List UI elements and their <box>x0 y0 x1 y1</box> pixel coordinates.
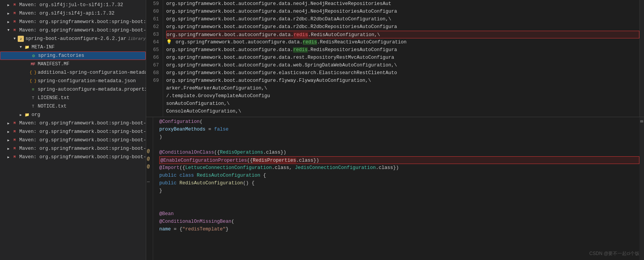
factories-line-72: sonAutoConfiguration,\ <box>166 100 639 108</box>
maven-icon: M <box>12 27 18 33</box>
code-line-bean: @Bean <box>159 210 639 218</box>
factories-line-62: org.springframework.boot.autoconfigure.d… <box>166 23 639 31</box>
code-gutter: @ @ @ — <box>146 117 153 260</box>
factories-line-66: org.springframework.boot.autoconfigure.d… <box>166 54 639 61</box>
code-line-blank2 <box>159 195 639 202</box>
code-line-conditional-on-class: @ConditionalOnClass({RedisOperations.cla… <box>159 149 639 156</box>
tree-item-config-metadata[interactable]: ▶ { } spring-configuration-metadata.json <box>0 77 146 85</box>
code-view: @ @ @ — @Configuration( proxyBeanMethods… <box>146 117 644 260</box>
folder-icon: 📁 <box>24 44 30 50</box>
factories-icon: ⚙ <box>30 53 37 59</box>
factories-line-65: org.springframework.boot.autoconfigure.d… <box>166 46 639 54</box>
chevron-icon: ▶ <box>6 129 11 134</box>
code-line-proxy: proxyBeanMethods = false <box>159 126 639 133</box>
tree-item-additional-config[interactable]: ▶ { } additional-spring-configuration-me… <box>0 68 146 77</box>
maven-icon: M <box>12 2 18 8</box>
folder-icon: 📁 <box>24 112 30 118</box>
code-scrollbar[interactable] <box>639 117 644 260</box>
tree-label: Maven: org.slf4j:slf4j-api:1.7.32 <box>19 11 115 16</box>
code-line-constructor-close: } <box>159 187 639 195</box>
txt-icon: T <box>30 95 36 101</box>
tree-label: spring-autoconfigure-metadata.properties <box>38 87 146 92</box>
tree-label: NOTICE.txt <box>38 104 67 109</box>
tree-item-org[interactable]: ▶ 📁 org <box>0 111 146 119</box>
tree-item-maven9[interactable]: ▶ M Maven: org.springframework.boot:spri… <box>0 153 146 161</box>
tree-item-maven4[interactable]: ▼ M Maven: org.springframework.boot:spri… <box>0 26 146 35</box>
factories-line-numbers: 59 60 61 62 63 64 65 66 67 68 69 <box>146 0 163 117</box>
tree-label: spring.factories <box>38 53 84 58</box>
factories-line-73: ConsoleAutoConfiguration,\ <box>166 108 639 115</box>
factories-view: 59 60 61 62 63 64 65 66 67 68 69 org.spr… <box>146 0 644 117</box>
tree-item-license[interactable]: ▶ T LICENSE.txt <box>0 94 146 102</box>
factories-line-67: org.springframework.boot.autoconfigure.d… <box>166 61 639 69</box>
tree-label: Maven: org.springframework.boot:spring-b… <box>19 154 146 160</box>
tree-item-maven6[interactable]: ▶ M Maven: org.springframework.boot:spri… <box>0 128 146 136</box>
chevron-icon: ▶ <box>6 20 11 24</box>
code-line-class-decl: public class RedisAutoConfiguration { <box>159 172 639 179</box>
maven-icon: M <box>12 154 18 160</box>
chevron-down-icon: ▼ <box>18 45 23 50</box>
factories-line-61: org.springframework.boot.autoconfigure.d… <box>166 15 639 23</box>
tree-label: spring-configuration-metadata.json <box>38 78 136 84</box>
tree-item-manifest[interactable]: ▶ MF MANIFEST.MF <box>0 60 146 68</box>
code-line-import: @Import({LettuceConnectionConfiguration.… <box>159 164 639 172</box>
tree-label: additional-spring-configuration-metadata… <box>38 70 146 75</box>
tree-item-maven7[interactable]: ▶ M Maven: org.springframework.boot:spri… <box>0 136 146 144</box>
tree-item-notice[interactable]: ▶ T NOTICE.txt <box>0 102 146 111</box>
tree-item-maven5[interactable]: ▶ M Maven: org.springframework.boot:spri… <box>0 119 146 128</box>
props-icon: ≡ <box>30 86 36 93</box>
factories-line-59: org.springframework.boot.autoconfigure.d… <box>166 0 639 8</box>
scrollbar-area[interactable] <box>639 0 644 117</box>
factories-line-68: org.springframework.boot.autoconfigure.e… <box>166 69 639 77</box>
tree-label: Maven: org.springframework.boot:spring-b… <box>19 129 146 134</box>
maven-icon: M <box>12 137 18 143</box>
factories-line-63: org.springframework.boot.autoconfigure.d… <box>166 31 639 38</box>
bulb-icon: 💡 <box>166 40 172 45</box>
scrollbar-thumb <box>640 120 643 123</box>
code-line-name-param: name = {"redisTemplate"} <box>159 225 639 233</box>
tree-label: Maven: org.slf4j:jul-to-slf4j:1.7.32 <box>19 2 123 8</box>
maven-icon: M <box>12 10 18 17</box>
tree-label: org <box>32 112 40 118</box>
chevron-icon: ▶ <box>6 155 11 159</box>
tree-label: Maven: org.springframework.boot:spring-b… <box>19 137 146 143</box>
watermark: CSDN @要不一起ci个饭 <box>589 250 639 257</box>
chevron-icon: ▶ <box>18 113 23 117</box>
tree-item-spring-factories[interactable]: ▶ ⚙ spring.factories <box>0 51 146 60</box>
tree-label: LICENSE.txt <box>38 95 70 101</box>
tree-item-maven3[interactable]: ▶ M Maven: org.springframework.boot:spri… <box>0 18 146 26</box>
chevron-icon: ▶ <box>6 3 11 7</box>
tree-item-maven2[interactable]: ▶ M Maven: org.slf4j:slf4j-api:1.7.32 <box>0 9 146 18</box>
tree-item-jar[interactable]: ▼ J spring-boot-autoconfigure-2.6.2.jar … <box>0 35 146 43</box>
tree-label: Maven: org.springframework.boot:spring-b… <box>19 19 146 25</box>
factories-code: org.springframework.boot.autoconfigure.d… <box>163 0 639 117</box>
tree-item-maven8[interactable]: ▶ M Maven: org.springframework.boot:spri… <box>0 144 146 153</box>
code-line-constructor: public RedisAutoConfiguration() { <box>159 179 639 187</box>
tree-label: Maven: org.springframework.boot:spring-b… <box>19 28 146 33</box>
code-line-blank3 <box>159 202 639 210</box>
chevron-down-icon: ▼ <box>6 28 11 33</box>
tree-item-autoconfigure-props[interactable]: ▶ ≡ spring-autoconfigure-metadata.proper… <box>0 85 146 94</box>
code-line-conditional-missing: @ConditionalOnMissingBean( <box>159 218 639 225</box>
code-line-enable-config-props: @EnableConfigurationProperties({RedisPro… <box>159 156 639 164</box>
json-icon: { } <box>30 78 36 84</box>
main-content: 59 60 61 62 63 64 65 66 67 68 69 org.spr… <box>146 0 644 260</box>
factories-line-70: arker.FreeMarkerAutoConfiguration,\ <box>166 84 639 92</box>
tree-container[interactable]: ▶ M Maven: org.slf4j:jul-to-slf4j:1.7.32… <box>0 0 146 260</box>
tree-item-metainf[interactable]: ▼ 📁 META-INF <box>0 43 146 51</box>
tree-label: MANIFEST.MF <box>38 61 70 67</box>
file-tree-panel: ▶ M Maven: org.slf4j:jul-to-slf4j:1.7.32… <box>0 0 146 260</box>
maven-icon: M <box>12 120 18 126</box>
maven-icon: M <box>12 146 18 152</box>
chevron-down-icon: ▼ <box>12 36 17 41</box>
manifest-icon: MF <box>30 61 36 67</box>
factories-line-69: org.springframework.boot.autoconfigure.f… <box>166 77 639 84</box>
chevron-icon: ▶ <box>6 146 11 151</box>
tree-item-maven1[interactable]: ▶ M Maven: org.slf4j:jul-to-slf4j:1.7.32 <box>0 1 146 9</box>
tree-label: META-INF <box>32 45 55 50</box>
code-line-configuration: @Configuration( <box>159 118 639 126</box>
factories-line-60: org.springframework.boot.autoconfigure.d… <box>166 8 639 15</box>
tree-label: spring-boot-autoconfigure-2.6.2.jar <box>25 36 127 41</box>
factories-line-71: /.template.GroovyTemplateAutoConfigu <box>166 92 639 100</box>
java-code: @Configuration( proxyBeanMethods = false… <box>153 117 639 260</box>
